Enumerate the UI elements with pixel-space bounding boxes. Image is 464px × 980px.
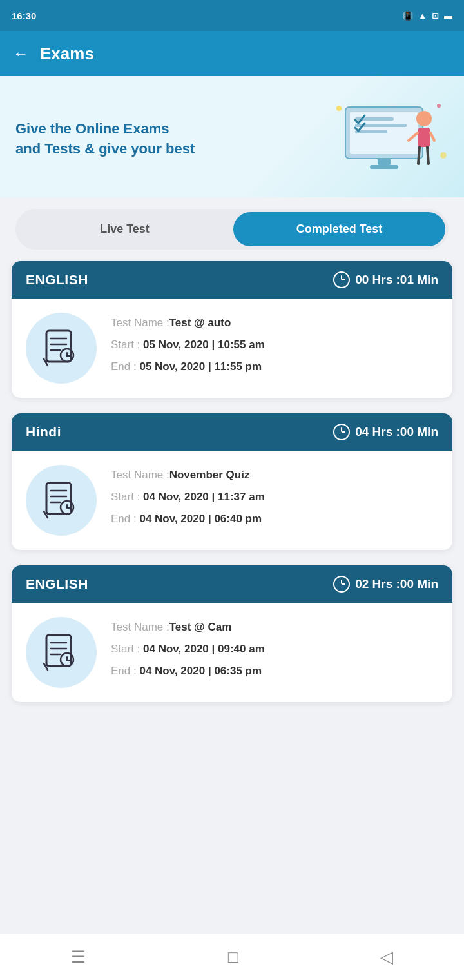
- tab-toggle: Live Test Completed Test: [15, 209, 449, 250]
- banner: Give the Online Exams and Tests & give y…: [0, 76, 464, 197]
- exam-icon-circle-0: [26, 313, 97, 384]
- exam-subject-0: ENGLISH: [26, 272, 88, 288]
- exam-card-header-1: Hindi 04 Hrs :00 Min: [12, 413, 452, 451]
- screen-icon: ⊡: [432, 11, 439, 21]
- exam-duration-0: 00 Hrs :01 Min: [333, 271, 438, 288]
- exam-card-header-0: ENGLISH 00 Hrs :01 Min: [12, 261, 452, 299]
- svg-line-10: [430, 133, 434, 141]
- start-row-2: Start : 04 Nov, 2020 | 09:40 am: [111, 642, 438, 657]
- svg-rect-16: [46, 331, 71, 362]
- page-title: Exams: [40, 44, 94, 64]
- exam-details-0: Test Name :Test @ auto Start : 05 Nov, 2…: [111, 315, 438, 380]
- status-time: 16:30: [12, 10, 36, 21]
- exam-card-body-0: Test Name :Test @ auto Start : 05 Nov, 2…: [12, 299, 452, 398]
- banner-illustration: [320, 94, 449, 184]
- exam-subject-1: Hindi: [26, 424, 61, 440]
- svg-point-14: [437, 104, 441, 108]
- exam-doc-icon-0: [39, 326, 84, 371]
- exam-subject-2: ENGLISH: [26, 576, 88, 592]
- end-row-0: End : 05 Nov, 2020 | 11:55 pm: [111, 359, 438, 375]
- exam-doc-icon-1: [39, 478, 84, 523]
- svg-point-15: [440, 152, 447, 159]
- exam-doc-icon-2: [39, 630, 84, 675]
- menu-icon[interactable]: ☰: [71, 947, 86, 967]
- svg-rect-6: [370, 165, 398, 169]
- tab-completed-test[interactable]: Completed Test: [233, 212, 445, 246]
- battery-icon: ▬: [444, 11, 452, 21]
- exam-card-body-2: Test Name :Test @ Cam Start : 04 Nov, 20…: [12, 603, 452, 702]
- svg-line-11: [418, 147, 420, 164]
- exam-icon-circle-1: [26, 465, 97, 536]
- exam-details-2: Test Name :Test @ Cam Start : 04 Nov, 20…: [111, 620, 438, 685]
- start-row-0: Start : 05 Nov, 2020 | 10:55 am: [111, 337, 438, 353]
- exam-card-2: ENGLISH 02 Hrs :00 Min: [12, 565, 452, 702]
- test-name-row-1: Test Name :November Quiz: [111, 467, 438, 483]
- exam-card-header-2: ENGLISH 02 Hrs :00 Min: [12, 565, 452, 603]
- test-name-row-2: Test Name :Test @ Cam: [111, 620, 438, 635]
- home-square-icon[interactable]: □: [228, 947, 238, 967]
- svg-rect-4: [355, 130, 387, 133]
- svg-rect-24: [46, 483, 71, 514]
- wifi-icon: ▲: [418, 11, 427, 21]
- end-row-2: End : 04 Nov, 2020 | 06:35 pm: [111, 663, 438, 679]
- svg-point-13: [336, 106, 342, 111]
- clock-icon-0: [333, 271, 350, 288]
- exam-card-body-1: Test Name :November Quiz Start : 04 Nov,…: [12, 451, 452, 550]
- header: ← Exams: [0, 31, 464, 76]
- clock-icon-1: [333, 424, 350, 440]
- exam-card-1: Hindi 04 Hrs :00 Min: [12, 413, 452, 550]
- exam-icon-circle-2: [26, 617, 97, 688]
- bottom-nav: ☰ □ ◁: [0, 934, 464, 980]
- status-bar: 16:30 📳 ▲ ⊡ ▬: [0, 0, 464, 31]
- svg-rect-5: [378, 159, 391, 165]
- test-name-row-0: Test Name :Test @ auto: [111, 315, 438, 331]
- back-button[interactable]: ←: [13, 44, 28, 63]
- exam-details-1: Test Name :November Quiz Start : 04 Nov,…: [111, 467, 438, 533]
- exam-card-0: ENGLISH 00 Hrs :01 Min: [12, 261, 452, 398]
- svg-rect-32: [46, 635, 71, 666]
- exam-duration-2: 02 Hrs :00 Min: [333, 576, 438, 593]
- svg-rect-8: [418, 128, 430, 147]
- status-icons: 📳 ▲ ⊡ ▬: [403, 11, 452, 21]
- end-row-1: End : 04 Nov, 2020 | 06:40 pm: [111, 511, 438, 527]
- tab-live-test[interactable]: Live Test: [19, 212, 231, 246]
- back-nav-icon[interactable]: ◁: [380, 947, 393, 967]
- start-row-1: Start : 04 Nov, 2020 | 11:37 am: [111, 489, 438, 505]
- svg-line-12: [427, 147, 429, 164]
- exam-duration-1: 04 Hrs :00 Min: [333, 424, 438, 440]
- clock-icon-2: [333, 576, 350, 593]
- banner-text: Give the Online Exams and Tests & give y…: [15, 119, 195, 159]
- vibrate-icon: 📳: [403, 11, 413, 21]
- exam-list: ENGLISH 00 Hrs :01 Min: [0, 261, 464, 776]
- svg-point-7: [416, 111, 432, 126]
